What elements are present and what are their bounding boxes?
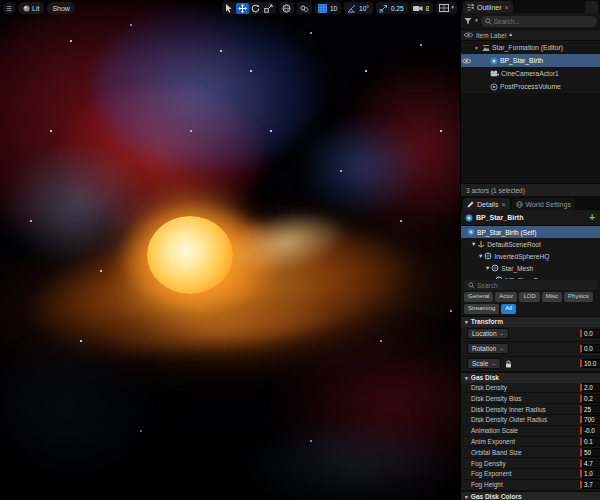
value-field[interactable]: 1.0: [580, 469, 600, 478]
value-field[interactable]: 25: [580, 405, 600, 414]
component-row[interactable]: ▾DefaultSceneRoot: [461, 238, 600, 250]
filter-chip-streaming[interactable]: Streaming: [464, 304, 499, 314]
actor-count-label: 3 actors (1 selected): [466, 187, 525, 194]
expander-caret[interactable]: ▾: [486, 264, 489, 272]
globe-icon: [280, 3, 293, 14]
component-row[interactable]: ▾Star_Mesh: [461, 262, 600, 274]
section-caret-icon: ▾: [465, 319, 468, 325]
section-header[interactable]: ▾Transform: [461, 316, 600, 327]
lock-icon[interactable]: [505, 360, 512, 368]
tab-stub[interactable]: [585, 1, 598, 13]
add-component-button[interactable]: +: [589, 213, 596, 223]
close-icon[interactable]: ×: [505, 4, 509, 11]
component-tree: BP_Star_Birth (Self)▾DefaultSceneRoot▾In…: [461, 226, 600, 279]
property-label: Disk Density: [471, 384, 507, 391]
item-label-header: Item Label: [476, 32, 506, 39]
scale-tool-button[interactable]: [262, 3, 275, 14]
value-field[interactable]: 0.1: [580, 437, 600, 446]
protostar-core: [147, 216, 233, 294]
filter-funnel-icon[interactable]: [464, 17, 472, 25]
rotation-snap-control[interactable]: 10°: [344, 2, 373, 14]
filter-chip-actor[interactable]: Actor: [495, 292, 517, 302]
component-row-label: Star_Mesh: [501, 265, 533, 272]
hamburger-menu-icon: ☰: [6, 5, 11, 12]
lit-sphere-icon: [23, 5, 30, 12]
details-panel: Details × World Settings BP_Star_Birth +…: [461, 196, 600, 500]
filter-chip-general[interactable]: General: [464, 292, 493, 302]
tab-world-settings[interactable]: World Settings: [512, 198, 575, 210]
value-field[interactable]: 4.7: [580, 459, 600, 468]
view-mode-button[interactable]: Lit: [18, 2, 44, 14]
camera-speed-value: 8: [425, 5, 433, 12]
selected-actor-header: BP_Star_Birth +: [461, 210, 600, 226]
section-header[interactable]: ▾Gas Disk: [461, 372, 600, 383]
select-tool-button[interactable]: [223, 3, 236, 14]
property-row: Orbital Band Size50: [461, 447, 600, 458]
coordinate-system-button[interactable]: [279, 2, 294, 14]
surface-snapping-button[interactable]: [297, 2, 312, 14]
viewport-options-button[interactable]: ☰: [3, 2, 15, 14]
move-tool-button[interactable]: [236, 3, 249, 14]
tab-details[interactable]: Details ×: [463, 198, 510, 210]
filter-chip-physics[interactable]: Physics: [564, 292, 593, 302]
outliner-search[interactable]: [481, 16, 597, 27]
tab-outliner-label: Outliner: [477, 4, 502, 11]
outliner-panel: Outliner × ▾: [461, 0, 600, 196]
surface-snap-icon: [298, 3, 311, 14]
axis-dropdown[interactable]: Scale⌄: [467, 358, 501, 369]
value-field[interactable]: 2.0: [580, 383, 600, 392]
outliner-column-header[interactable]: Item Label ▴: [461, 29, 600, 41]
rotate-tool-button[interactable]: [249, 3, 262, 14]
filter-chip-misc[interactable]: Misc: [542, 292, 562, 302]
outliner-search-input[interactable]: [494, 18, 593, 25]
axis-dropdown[interactable]: Location⌄: [467, 328, 509, 339]
property-row: Animation Scale-0.0: [461, 426, 600, 437]
expander-caret[interactable]: ▾: [473, 45, 480, 51]
right-dock: Outliner × ▾: [460, 0, 600, 500]
value-field[interactable]: 3.7: [580, 480, 600, 489]
outliner-row[interactable]: BP_Star_Birth: [461, 54, 600, 67]
outliner-row[interactable]: ▾Star_Formation (Editor): [461, 41, 600, 54]
filter-chip-all[interactable]: All: [501, 304, 516, 314]
details-search[interactable]: [464, 280, 597, 290]
eye-icon[interactable]: [461, 58, 471, 64]
value-field[interactable]: -0.0: [580, 426, 600, 435]
outliner-row[interactable]: CineCameraActor1: [461, 67, 600, 80]
scale-snap-icon: [377, 3, 390, 14]
outliner-row[interactable]: PostProcessVolume: [461, 80, 600, 93]
section-header[interactable]: ▾Gas Disk Colors: [461, 491, 600, 500]
scale-snap-control[interactable]: 0.25: [376, 2, 408, 14]
property-label: Fog Density: [471, 460, 506, 467]
outliner-row-label: PostProcessVolume: [500, 83, 561, 90]
section-title: Transform: [471, 318, 503, 325]
details-search-input[interactable]: [477, 282, 593, 289]
value-field[interactable]: 10.0: [580, 359, 600, 368]
viewport-layout-button[interactable]: ▾: [436, 2, 457, 14]
camera-speed-control[interactable]: 8: [411, 2, 434, 14]
axis-dropdown[interactable]: Rotation⌄: [467, 343, 509, 354]
viewport-toolbar: ☰ Lit Show: [3, 2, 457, 14]
chevron-down-icon[interactable]: ▾: [475, 18, 478, 24]
grid-snap-control[interactable]: 10: [315, 2, 341, 14]
search-icon: [485, 18, 492, 25]
value-field[interactable]: 50: [580, 448, 600, 457]
expander-caret[interactable]: ▾: [479, 252, 482, 260]
scale-snap-value: 0.25: [390, 5, 407, 12]
property-row: Disk Density Inner Radius25: [461, 404, 600, 415]
value-field[interactable]: 700: [580, 415, 600, 424]
component-row[interactable]: ▾InvertedSphereHQ: [461, 250, 600, 262]
value-field[interactable]: 0.2: [580, 394, 600, 403]
value-field[interactable]: 0.0: [580, 329, 600, 338]
property-label: Disk Density Inner Radius: [471, 406, 546, 413]
close-icon[interactable]: ×: [501, 201, 505, 208]
filter-chip-lod[interactable]: LOD: [519, 292, 539, 302]
show-flags-button[interactable]: Show: [47, 2, 75, 14]
rotate-icon: [251, 4, 260, 13]
level-viewport[interactable]: ☰ Lit Show: [0, 0, 460, 500]
expander-caret[interactable]: ▾: [472, 240, 475, 248]
tab-outliner[interactable]: Outliner ×: [463, 1, 513, 13]
grid-snap-value: 10: [329, 5, 340, 12]
value-field[interactable]: 0.0: [580, 344, 600, 353]
component-row[interactable]: BP_Star_Birth (Self): [461, 226, 600, 238]
outliner-empty-area[interactable]: [461, 93, 600, 183]
